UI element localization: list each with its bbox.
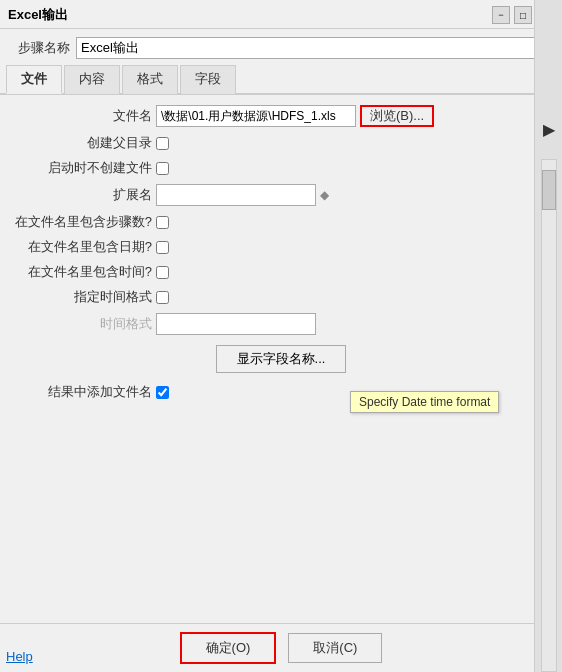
add-filename-row: 结果中添加文件名 xyxy=(12,383,550,401)
filename-input[interactable] xyxy=(156,105,356,127)
ext-icon: ◆ xyxy=(320,188,329,202)
tab-file[interactable]: 文件 xyxy=(6,65,62,94)
main-dialog: Excel输出 － □ × 步骤名称 文件 内容 格式 字段 文件名 xyxy=(0,0,562,672)
tab-format[interactable]: 格式 xyxy=(122,65,178,94)
filename-label: 文件名 xyxy=(12,107,152,125)
filename-row: 文件名 浏览(B)... xyxy=(12,105,550,127)
step-name-row: 步骤名称 xyxy=(0,29,562,65)
include-date-label: 在文件名里包含日期? xyxy=(12,238,152,256)
add-filename-label: 结果中添加文件名 xyxy=(12,383,152,401)
include-date-checkbox[interactable] xyxy=(156,241,169,254)
ok-button[interactable]: 确定(O) xyxy=(180,632,277,664)
arrow-right-icon: ▶ xyxy=(543,120,555,139)
extension-row: 扩展名 ◆ xyxy=(12,184,550,206)
create-parent-label: 创建父目录 xyxy=(12,134,152,152)
specify-datetime-checkbox[interactable] xyxy=(156,291,169,304)
tab-content-area: 文件名 浏览(B)... 创建父目录 启动时不创建文件 扩展名 ◆ xyxy=(0,95,562,672)
cancel-button[interactable]: 取消(C) xyxy=(288,633,382,663)
extension-label: 扩展名 xyxy=(12,186,152,204)
scrollbar[interactable] xyxy=(541,159,557,672)
no-create-label: 启动时不创建文件 xyxy=(12,159,152,177)
step-name-label: 步骤名称 xyxy=(10,39,70,57)
include-stepnr-label: 在文件名里包含步骤数? xyxy=(12,213,152,231)
time-format-label: 时间格式 xyxy=(12,315,152,333)
time-format-row: 时间格式 xyxy=(12,313,550,335)
show-fields-button[interactable]: 显示字段名称... xyxy=(216,345,347,373)
include-time-checkbox[interactable] xyxy=(156,266,169,279)
right-panel: ▶ xyxy=(534,0,562,672)
tabs-bar: 文件 内容 格式 字段 xyxy=(0,65,562,95)
minimize-button[interactable]: － xyxy=(492,6,510,24)
no-create-checkbox[interactable] xyxy=(156,162,169,175)
tab-fields[interactable]: 字段 xyxy=(180,65,236,94)
specify-datetime-row: 指定时间格式 xyxy=(12,288,550,306)
create-parent-row: 创建父目录 xyxy=(12,134,550,152)
browse-button[interactable]: 浏览(B)... xyxy=(360,105,434,127)
tab-content[interactable]: 内容 xyxy=(64,65,120,94)
maximize-button[interactable]: □ xyxy=(514,6,532,24)
dialog-title: Excel输出 xyxy=(8,6,68,24)
step-name-input[interactable] xyxy=(76,37,552,59)
specify-datetime-label: 指定时间格式 xyxy=(12,288,152,306)
add-filename-checkbox[interactable] xyxy=(156,386,169,399)
extension-input[interactable] xyxy=(156,184,316,206)
include-date-row: 在文件名里包含日期? xyxy=(12,238,550,256)
dialog-titlebar: Excel输出 － □ × xyxy=(0,0,562,29)
bottom-bar: 确定(O) 取消(C) xyxy=(0,623,562,672)
no-create-row: 启动时不创建文件 xyxy=(12,159,550,177)
time-format-input[interactable] xyxy=(156,313,316,335)
help-link[interactable]: Help xyxy=(6,649,33,664)
scrollbar-thumb[interactable] xyxy=(542,170,556,210)
help-bar: Help xyxy=(0,641,39,672)
include-stepnr-checkbox[interactable] xyxy=(156,216,169,229)
include-stepnr-row: 在文件名里包含步骤数? xyxy=(12,213,550,231)
include-time-row: 在文件名里包含时间? xyxy=(12,263,550,281)
show-fields-row: 显示字段名称... xyxy=(12,345,550,373)
create-parent-checkbox[interactable] xyxy=(156,137,169,150)
include-time-label: 在文件名里包含时间? xyxy=(12,263,152,281)
filename-value: 浏览(B)... xyxy=(156,105,434,127)
